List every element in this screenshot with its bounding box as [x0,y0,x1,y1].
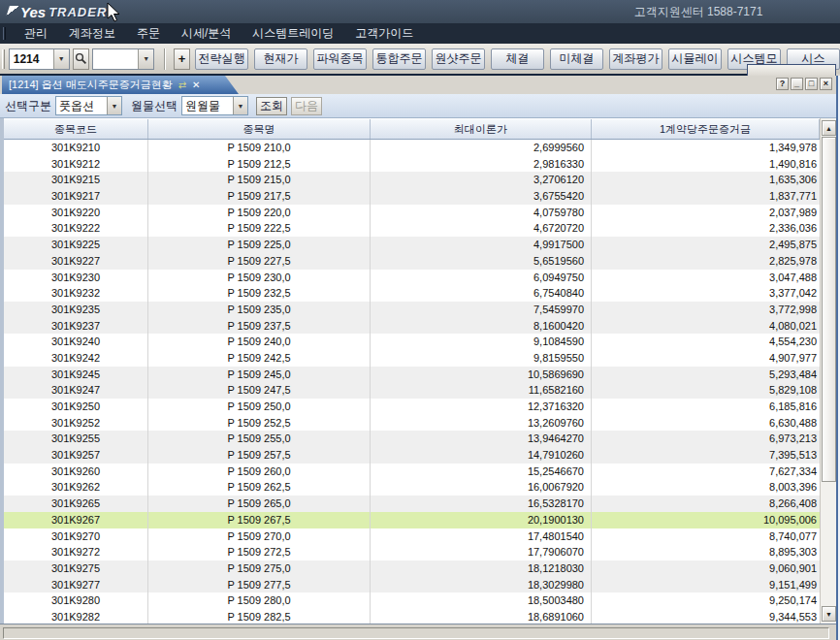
cell-max-theoretical-price: 18,5003480 [371,592,592,609]
vertical-scrollbar[interactable]: ▲ ▼ [820,118,836,624]
month-dropdown-button[interactable]: ▼ [233,97,247,114]
menu-item-3[interactable]: 주문 [126,25,171,42]
cell-code: 301K9267 [4,512,148,528]
table-row[interactable]: 301K9220P 1509 220,04,07597802,037,989 [4,205,820,221]
quick-search-combo[interactable]: ▼ [92,48,155,70]
grid-body[interactable]: 301K9210P 1509 210,02,69995601,349,97830… [4,140,820,624]
month-select-label: 월물선택 [131,98,178,114]
cell-margin-per-contract: 6,973,213 [592,431,820,447]
table-row[interactable]: 301K9252P 1509 252,513,26097606,630,488 [4,415,820,432]
toolbar-button-2[interactable]: 현재가 [254,48,307,70]
table-row[interactable]: 301K9215P 1509 215,03,27061201,635,306 [4,172,820,188]
table-row[interactable]: 301K9247P 1509 247,511,65821605,829,108 [4,382,820,399]
toolbar-button-7[interactable]: 미체결 [550,48,603,70]
toolbar-button-3[interactable]: 파워종목 [313,48,367,70]
next-button: 다음 [291,97,322,115]
cell-max-theoretical-price: 18,6891060 [371,609,592,624]
maximize-button[interactable]: □ [805,78,818,90]
option-type-dropdown-button[interactable]: ▼ [107,97,121,114]
menu-item-1[interactable]: 관리 [14,25,58,42]
tab-order-margin-status[interactable]: [1214] 옵션 매도시주문증거금현황 ⇄ ✕ [2,76,239,94]
table-row[interactable]: 301K9242P 1509 242,59,81595504,907,977 [4,350,820,367]
scroll-up-button[interactable]: ▲ [822,120,836,136]
table-row[interactable]: 301K9270P 1509 270,017,48015408,740,077 [4,528,820,545]
table-row[interactable]: 301K9217P 1509 217,53,67554201,837,771 [4,188,820,205]
cell-max-theoretical-price: 13,9464270 [371,431,592,447]
toolbar-button-4[interactable]: 통합주문 [372,48,426,70]
mdi-tabbar: [1214] 옵션 매도시주문증거금현황 ⇄ ✕ ? _ □ × [0,76,836,94]
table-row[interactable]: 301K9245P 1509 245,010,58696905,293,484 [4,367,820,383]
screen-number-combo[interactable]: 1214 ▼ [9,48,70,70]
scrollbar-thumb[interactable] [822,137,836,482]
query-button[interactable]: 조회 [256,97,287,115]
table-row-highlighted[interactable]: 301K9267P 1509 267,520,190013010,095,006 [4,512,820,528]
table-row[interactable]: 301K9275P 1509 275,018,12180309,060,901 [4,560,820,577]
column-header-3[interactable]: 최대이론가 [371,119,592,139]
table-row[interactable]: 301K9260P 1509 260,015,25466707,627,334 [4,464,820,480]
table-row[interactable]: 301K9257P 1509 257,514,79102607,395,513 [4,447,820,464]
table-row[interactable]: 301K9237P 1509 237,58,16004204,080,021 [4,318,820,335]
option-type-value[interactable]: 풋옵션 [56,98,107,114]
menubar-grip[interactable] [3,27,6,40]
cell-code: 301K9225 [4,237,148,253]
logo-flag-icon [6,6,19,17]
option-type-select[interactable]: 풋옵션 ▼ [55,96,122,115]
help-button[interactable]: ? [776,78,789,90]
swap-arrows-icon[interactable]: ⇄ [178,80,186,90]
screen-number-value[interactable]: 1214 [10,52,53,66]
toolbar-button-5[interactable]: 원샷주문 [432,48,485,70]
screen-search-button[interactable] [73,48,89,70]
table-row[interactable]: 301K9227P 1509 227,55,65195602,825,978 [4,253,820,270]
tab-close-icon[interactable]: ✕ [192,80,200,90]
column-header-2[interactable]: 종목명 [148,119,371,139]
table-row[interactable]: 301K9250P 1509 250,012,37163206,185,816 [4,399,820,415]
cell-max-theoretical-price: 16,0067920 [371,479,592,496]
menu-item-2[interactable]: 계좌정보 [58,25,126,42]
table-row[interactable]: 301K9255P 1509 255,013,94642706,973,213 [4,431,820,447]
cell-max-theoretical-price: 14,7910260 [371,447,592,464]
table-row[interactable]: 301K9210P 1509 210,02,69995601,349,978 [4,140,820,156]
quick-combo-dropdown-button[interactable]: ▼ [138,49,153,69]
table-row[interactable]: 301K9272P 1509 272,517,79060708,895,303 [4,544,820,560]
toolbar-button-9[interactable]: 시뮬레이 [668,48,722,70]
mdi-window-controls: ? _ □ × [776,78,832,90]
close-button[interactable]: × [820,78,832,90]
table-row[interactable]: 301K9225P 1509 225,04,99175002,495,875 [4,237,820,253]
table-row[interactable]: 301K9277P 1509 277,518,30299809,151,499 [4,577,820,593]
table-row[interactable]: 301K9280P 1509 280,018,50034809,250,174 [4,592,820,609]
table-row[interactable]: 301K9265P 1509 265,016,53281708,266,408 [4,496,820,512]
toolbar-button-6[interactable]: 체결 [491,48,544,70]
menu-item-6[interactable]: 고객가이드 [344,25,424,42]
cell-name: P 1509 247,5 [148,382,371,399]
table-row[interactable]: 301K9212P 1509 212,52,98163301,490,816 [4,156,820,173]
table-row[interactable]: 301K9230P 1509 230,06,09497503,047,488 [4,270,820,286]
cell-max-theoretical-price: 7,5459970 [371,302,592,318]
minimize-button[interactable]: _ [791,78,803,90]
cell-name: P 1509 235,0 [148,302,371,318]
cell-margin-per-contract: 4,554,230 [592,334,820,350]
cell-name: P 1509 265,0 [148,496,371,512]
menu-item-5[interactable]: 시스템트레이딩 [242,25,344,42]
cell-code: 301K9215 [4,172,148,188]
add-screen-button[interactable]: + [174,48,190,70]
column-header-1[interactable]: 종목코드 [4,119,148,139]
toolbar-grip[interactable] [2,49,5,69]
table-row[interactable]: 301K9235P 1509 235,07,54599703,772,998 [4,302,820,318]
cell-code: 301K9275 [4,560,148,577]
month-select[interactable]: 원월물 ▼ [181,96,248,115]
cell-name: P 1509 232,5 [148,285,371,302]
table-row[interactable]: 301K9282P 1509 282,518,68910609,344,553 [4,609,820,624]
table-row[interactable]: 301K9222P 1509 222,54,67207202,336,036 [4,220,820,237]
month-value[interactable]: 원월물 [182,98,233,114]
toolbar-button-8[interactable]: 계좌평가 [609,48,662,70]
logo-yes-text: Yes [20,4,46,20]
toolbar-button-1[interactable]: 전략실행 [195,48,248,70]
screen-combo-dropdown-button[interactable]: ▼ [53,49,69,69]
cell-name: P 1509 230,0 [148,270,371,286]
menu-item-4[interactable]: 시세/분석 [171,25,242,42]
table-row[interactable]: 301K9232P 1509 232,56,75408403,377,042 [4,285,820,302]
column-header-4[interactable]: 1계약당주문증거금 [592,119,820,139]
table-row[interactable]: 301K9240P 1509 240,09,10845904,554,230 [4,334,820,350]
scroll-down-button[interactable]: ▼ [822,606,836,622]
table-row[interactable]: 301K9262P 1509 262,516,00679208,003,396 [4,479,820,496]
